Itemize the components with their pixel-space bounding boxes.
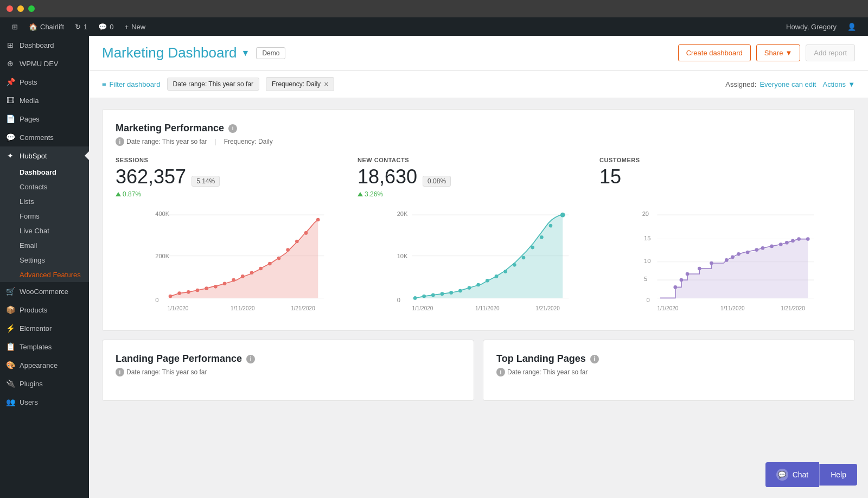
sidebar-item-plugins[interactable]: 🔌 Plugins bbox=[0, 374, 89, 393]
stats-row: SESSIONS 362,357 5.14% 0.87% NEW CONTACT… bbox=[116, 157, 841, 198]
svg-text:20: 20 bbox=[642, 210, 648, 217]
admin-bar-site[interactable]: 🏠 Chairlift bbox=[23, 17, 69, 36]
svg-point-45 bbox=[531, 246, 535, 250]
svg-point-40 bbox=[486, 279, 489, 283]
sidebar-sub-settings[interactable]: Settings bbox=[0, 253, 89, 267]
filter-dashboard-button[interactable]: ≡ Filter dashboard bbox=[102, 80, 161, 88]
sidebar-item-posts[interactable]: 📌 Posts bbox=[0, 73, 89, 91]
sidebar-sub-lists[interactable]: Lists bbox=[0, 194, 89, 209]
svg-point-38 bbox=[468, 286, 471, 290]
share-button[interactable]: Share ▼ bbox=[756, 44, 801, 61]
help-button[interactable]: Help bbox=[819, 464, 857, 486]
howdy-text: Howdy, Gregory bbox=[781, 23, 842, 31]
svg-point-32 bbox=[413, 296, 417, 300]
chat-icon: 💬 bbox=[776, 469, 788, 481]
chat-widget: 💬 Chat Help bbox=[765, 462, 857, 487]
svg-point-33 bbox=[423, 295, 426, 298]
updates-icon: ↻ bbox=[75, 23, 81, 31]
actions-dropdown-icon: ▼ bbox=[848, 80, 855, 88]
meta-info-icon: i Date range: This year so far bbox=[116, 137, 207, 146]
sidebar-item-pages[interactable]: 📄 Pages bbox=[0, 110, 89, 128]
marketing-info-icon[interactable]: i bbox=[228, 124, 237, 133]
admin-bar-updates[interactable]: ↻ 1 bbox=[69, 17, 93, 36]
svg-point-20 bbox=[295, 240, 299, 244]
sidebar-item-woocommerce[interactable]: 🛒 WooCommerce bbox=[0, 282, 89, 301]
create-dashboard-button[interactable]: Create dashboard bbox=[678, 44, 751, 61]
svg-point-22 bbox=[316, 218, 320, 222]
sidebar-sub-dashboard[interactable]: Dashboard bbox=[0, 165, 89, 180]
sidebar-item-hubspot[interactable]: ✦ HubSpot bbox=[0, 146, 89, 165]
sidebar-item-comments[interactable]: 💬 Comments bbox=[0, 128, 89, 146]
templates-icon: 📋 bbox=[5, 342, 15, 352]
hubspot-submenu: Dashboard Contacts Lists Forms Live Chat… bbox=[0, 165, 89, 282]
sidebar-bottom-menu: 🛒 WooCommerce 📦 Products ⚡ Elementor 📋 T… bbox=[0, 282, 89, 411]
top-landing-info-icon[interactable]: i bbox=[590, 355, 599, 363]
sessions-change: 0.87% bbox=[116, 190, 344, 198]
meta-i-icon: i bbox=[116, 137, 124, 146]
svg-point-12 bbox=[223, 282, 227, 285]
sidebar-item-templates[interactable]: 📋 Templates bbox=[0, 337, 89, 356]
plugins-icon: 🔌 bbox=[5, 379, 15, 388]
actions-button[interactable]: Actions ▼ bbox=[822, 80, 855, 88]
svg-point-78 bbox=[806, 237, 810, 241]
sidebar-sub-contacts[interactable]: Contacts bbox=[0, 180, 89, 194]
sidebar-sub-livechat[interactable]: Live Chat bbox=[0, 224, 89, 238]
svg-text:1/1/2020: 1/1/2020 bbox=[412, 305, 433, 311]
landing-card-meta: i Date range: This year so far bbox=[116, 368, 461, 376]
svg-text:10: 10 bbox=[644, 258, 650, 264]
card-meta: i Date range: This year so far | Frequen… bbox=[116, 137, 841, 146]
sidebar-item-appearance[interactable]: 🎨 Appearance bbox=[0, 356, 89, 374]
title-dropdown-icon[interactable]: ▼ bbox=[241, 48, 250, 58]
mac-dot-yellow[interactable] bbox=[17, 5, 24, 12]
admin-bar-new[interactable]: + New bbox=[119, 17, 151, 36]
pipe-separator: | bbox=[215, 138, 216, 145]
sidebar-item-media[interactable]: 🎞 Media bbox=[0, 91, 89, 110]
admin-bar-comments[interactable]: 💬 0 bbox=[93, 17, 119, 36]
customers-chart-svg: 20 15 10 5 0 bbox=[605, 209, 841, 317]
svg-point-65 bbox=[698, 267, 701, 271]
svg-text:10K: 10K bbox=[397, 253, 408, 259]
svg-text:1/1/2020: 1/1/2020 bbox=[167, 305, 188, 311]
mac-dot-green[interactable] bbox=[28, 5, 35, 12]
svg-point-34 bbox=[431, 293, 435, 297]
sidebar-sub-forms[interactable]: Forms bbox=[0, 209, 89, 224]
woocommerce-icon: 🛒 bbox=[5, 286, 15, 296]
sidebar-menu: ⊞ Dashboard ⊕ WPMU DEV 📌 Posts 🎞 Media 📄… bbox=[0, 36, 89, 165]
svg-point-17 bbox=[268, 262, 272, 266]
sidebar-sub-email[interactable]: Email bbox=[0, 238, 89, 253]
users-icon: 👥 bbox=[5, 397, 15, 407]
stat-customers: CUSTOMERS 15 bbox=[599, 157, 841, 198]
sidebar-item-wpmu[interactable]: ⊕ WPMU DEV bbox=[0, 54, 89, 73]
svg-point-37 bbox=[458, 289, 462, 293]
svg-point-70 bbox=[745, 251, 749, 254]
sidebar-sub-advanced[interactable]: Advanced Features bbox=[0, 267, 89, 282]
sidebar-arrow bbox=[85, 151, 89, 160]
svg-text:1/21/2020: 1/21/2020 bbox=[291, 305, 315, 311]
chat-button[interactable]: 💬 Chat bbox=[765, 462, 820, 487]
demo-badge[interactable]: Demo bbox=[256, 47, 285, 59]
svg-point-16 bbox=[259, 267, 263, 271]
svg-text:0: 0 bbox=[155, 297, 158, 303]
admin-avatar[interactable]: 👤 bbox=[842, 23, 861, 31]
svg-point-44 bbox=[522, 256, 526, 260]
sidebar-item-dashboard[interactable]: ⊞ Dashboard bbox=[0, 36, 89, 54]
frequency-close-icon[interactable]: × bbox=[324, 80, 328, 88]
svg-text:15: 15 bbox=[644, 235, 650, 241]
sidebar-item-products[interactable]: 📦 Products bbox=[0, 301, 89, 319]
app-layout: ⊞ Dashboard ⊕ WPMU DEV 📌 Posts 🎞 Media 📄… bbox=[0, 36, 868, 498]
svg-point-35 bbox=[441, 292, 444, 296]
mac-dot-red[interactable] bbox=[7, 5, 13, 12]
sidebar-item-elementor[interactable]: ⚡ Elementor bbox=[0, 319, 89, 337]
svg-text:1/21/2020: 1/21/2020 bbox=[536, 305, 560, 311]
bottom-cards-row: Landing Page Performance i i Date range:… bbox=[102, 340, 855, 410]
stat-sessions: SESSIONS 362,357 5.14% 0.87% bbox=[116, 157, 358, 198]
admin-bar-wp-icon[interactable]: ⊞ bbox=[7, 17, 23, 36]
sessions-fill bbox=[170, 220, 318, 298]
sidebar-item-users[interactable]: 👥 Users bbox=[0, 393, 89, 411]
svg-point-75 bbox=[785, 241, 789, 245]
landing-info-icon[interactable]: i bbox=[246, 355, 255, 363]
svg-point-14 bbox=[241, 274, 245, 278]
filter-tag-frequency[interactable]: Frequency: Daily × bbox=[266, 77, 334, 91]
assigned-link[interactable]: Everyone can edit bbox=[760, 80, 816, 88]
content-area: Marketing Performance i i Date range: Th… bbox=[89, 98, 868, 498]
